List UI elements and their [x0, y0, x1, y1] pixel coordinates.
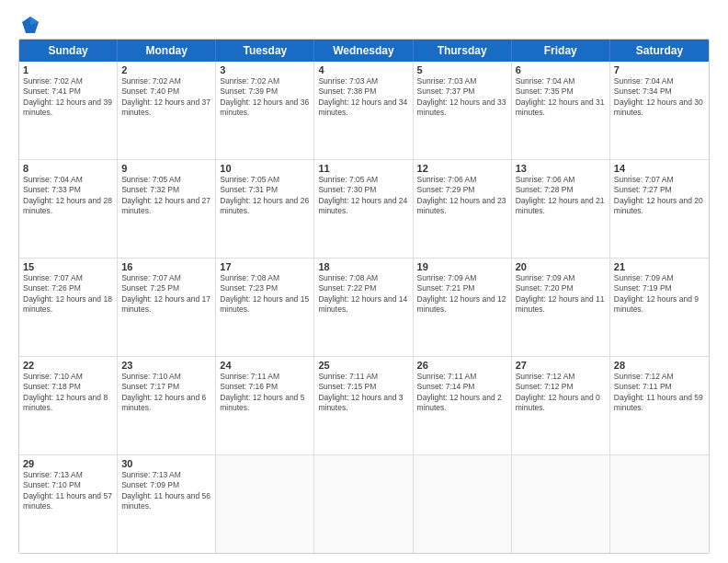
day-number: 21	[614, 261, 705, 272]
calendar-cell: 15Sunrise: 7:07 AM Sunset: 7:26 PM Dayli…	[19, 259, 118, 356]
day-number: 30	[121, 458, 211, 469]
cell-info: Sunrise: 7:04 AM Sunset: 7:33 PM Dayligh…	[23, 175, 113, 217]
cell-info: Sunrise: 7:07 AM Sunset: 7:26 PM Dayligh…	[23, 273, 113, 316]
calendar-cell: 26Sunrise: 7:11 AM Sunset: 7:14 PM Dayli…	[414, 357, 512, 454]
header	[18, 15, 710, 31]
cell-info: Sunrise: 7:09 AM Sunset: 7:21 PM Dayligh…	[417, 273, 507, 316]
calendar-cell: 6Sunrise: 7:04 AM Sunset: 7:35 PM Daylig…	[512, 62, 610, 159]
calendar-row: 8Sunrise: 7:04 AM Sunset: 7:33 PM Daylig…	[19, 160, 709, 259]
cell-info: Sunrise: 7:12 AM Sunset: 7:12 PM Dayligh…	[516, 372, 606, 414]
logo-flag-icon	[20, 15, 40, 35]
day-number: 27	[516, 360, 606, 371]
day-header-friday: Friday	[512, 40, 610, 62]
calendar-row: 1Sunrise: 7:02 AM Sunset: 7:41 PM Daylig…	[19, 62, 709, 160]
calendar-cell: 24Sunrise: 7:11 AM Sunset: 7:16 PM Dayli…	[216, 357, 314, 454]
cell-info: Sunrise: 7:04 AM Sunset: 7:34 PM Dayligh…	[614, 76, 705, 119]
cell-info: Sunrise: 7:02 AM Sunset: 7:39 PM Dayligh…	[220, 76, 310, 119]
calendar-body: 1Sunrise: 7:02 AM Sunset: 7:41 PM Daylig…	[19, 62, 709, 553]
calendar-cell: 8Sunrise: 7:04 AM Sunset: 7:33 PM Daylig…	[19, 160, 118, 258]
calendar-cell: 4Sunrise: 7:03 AM Sunset: 7:38 PM Daylig…	[314, 62, 413, 159]
day-number: 1	[23, 64, 113, 75]
cell-info: Sunrise: 7:13 AM Sunset: 7:09 PM Dayligh…	[121, 470, 211, 512]
day-number: 6	[516, 64, 606, 75]
calendar-cell: 19Sunrise: 7:09 AM Sunset: 7:21 PM Dayli…	[414, 259, 512, 356]
calendar-cell: 28Sunrise: 7:12 AM Sunset: 7:11 PM Dayli…	[610, 357, 709, 454]
calendar-cell	[610, 455, 709, 553]
calendar-cell: 10Sunrise: 7:05 AM Sunset: 7:31 PM Dayli…	[216, 160, 314, 258]
cell-info: Sunrise: 7:03 AM Sunset: 7:38 PM Dayligh…	[318, 76, 408, 119]
day-header-thursday: Thursday	[414, 40, 512, 62]
cell-info: Sunrise: 7:06 AM Sunset: 7:28 PM Dayligh…	[516, 175, 606, 217]
calendar-cell: 30Sunrise: 7:13 AM Sunset: 7:09 PM Dayli…	[118, 455, 216, 553]
day-header-sunday: Sunday	[19, 40, 118, 62]
cell-info: Sunrise: 7:11 AM Sunset: 7:14 PM Dayligh…	[417, 372, 507, 414]
day-number: 19	[417, 261, 507, 272]
cell-info: Sunrise: 7:05 AM Sunset: 7:31 PM Dayligh…	[220, 175, 310, 217]
day-header-monday: Monday	[118, 40, 216, 62]
calendar-cell: 17Sunrise: 7:08 AM Sunset: 7:23 PM Dayli…	[216, 259, 314, 356]
cell-info: Sunrise: 7:10 AM Sunset: 7:18 PM Dayligh…	[23, 372, 113, 414]
day-header-saturday: Saturday	[610, 40, 709, 62]
day-number: 7	[614, 64, 705, 75]
day-number: 5	[417, 64, 507, 75]
cell-info: Sunrise: 7:05 AM Sunset: 7:30 PM Dayligh…	[318, 175, 408, 217]
calendar-cell: 11Sunrise: 7:05 AM Sunset: 7:30 PM Dayli…	[314, 160, 413, 258]
cell-info: Sunrise: 7:08 AM Sunset: 7:22 PM Dayligh…	[318, 273, 408, 316]
calendar-cell: 18Sunrise: 7:08 AM Sunset: 7:22 PM Dayli…	[314, 259, 413, 356]
calendar-cell	[216, 455, 314, 553]
calendar-row: 22Sunrise: 7:10 AM Sunset: 7:18 PM Dayli…	[19, 357, 709, 455]
calendar-cell: 16Sunrise: 7:07 AM Sunset: 7:25 PM Dayli…	[118, 259, 216, 356]
calendar-cell: 2Sunrise: 7:02 AM Sunset: 7:40 PM Daylig…	[118, 62, 216, 159]
cell-info: Sunrise: 7:07 AM Sunset: 7:27 PM Dayligh…	[614, 175, 705, 217]
calendar-cell: 27Sunrise: 7:12 AM Sunset: 7:12 PM Dayli…	[512, 357, 610, 454]
cell-info: Sunrise: 7:05 AM Sunset: 7:32 PM Dayligh…	[121, 175, 211, 217]
cell-info: Sunrise: 7:04 AM Sunset: 7:35 PM Dayligh…	[516, 76, 606, 119]
day-number: 25	[318, 360, 408, 371]
day-number: 2	[121, 64, 211, 75]
calendar-cell: 21Sunrise: 7:09 AM Sunset: 7:19 PM Dayli…	[610, 259, 709, 356]
cell-info: Sunrise: 7:13 AM Sunset: 7:10 PM Dayligh…	[23, 470, 113, 512]
calendar-cell: 1Sunrise: 7:02 AM Sunset: 7:41 PM Daylig…	[19, 62, 118, 159]
calendar-cell: 13Sunrise: 7:06 AM Sunset: 7:28 PM Dayli…	[512, 160, 610, 258]
calendar-cell: 20Sunrise: 7:09 AM Sunset: 7:20 PM Dayli…	[512, 259, 610, 356]
cell-info: Sunrise: 7:06 AM Sunset: 7:29 PM Dayligh…	[417, 175, 507, 217]
day-number: 26	[417, 360, 507, 371]
day-number: 24	[220, 360, 310, 371]
day-number: 29	[23, 458, 113, 469]
day-header-wednesday: Wednesday	[314, 40, 413, 62]
calendar-cell: 5Sunrise: 7:03 AM Sunset: 7:37 PM Daylig…	[414, 62, 512, 159]
cell-info: Sunrise: 7:02 AM Sunset: 7:41 PM Dayligh…	[23, 76, 113, 119]
calendar-cell	[314, 455, 413, 553]
cell-info: Sunrise: 7:02 AM Sunset: 7:40 PM Dayligh…	[121, 76, 211, 119]
logo	[18, 15, 40, 31]
day-number: 20	[516, 261, 606, 272]
day-number: 8	[23, 163, 113, 174]
day-number: 12	[417, 163, 507, 174]
calendar-cell: 12Sunrise: 7:06 AM Sunset: 7:29 PM Dayli…	[414, 160, 512, 258]
cell-info: Sunrise: 7:12 AM Sunset: 7:11 PM Dayligh…	[614, 372, 705, 414]
calendar-cell: 23Sunrise: 7:10 AM Sunset: 7:17 PM Dayli…	[118, 357, 216, 454]
calendar-cell: 25Sunrise: 7:11 AM Sunset: 7:15 PM Dayli…	[314, 357, 413, 454]
day-number: 4	[318, 64, 408, 75]
calendar-cell: 14Sunrise: 7:07 AM Sunset: 7:27 PM Dayli…	[610, 160, 709, 258]
day-number: 23	[121, 360, 211, 371]
calendar-row: 15Sunrise: 7:07 AM Sunset: 7:26 PM Dayli…	[19, 259, 709, 357]
cell-info: Sunrise: 7:11 AM Sunset: 7:15 PM Dayligh…	[318, 372, 408, 414]
day-number: 14	[614, 163, 705, 174]
day-number: 18	[318, 261, 408, 272]
day-number: 22	[23, 360, 113, 371]
calendar-cell	[512, 455, 610, 553]
cell-info: Sunrise: 7:08 AM Sunset: 7:23 PM Dayligh…	[220, 273, 310, 316]
calendar-cell	[414, 455, 512, 553]
cell-info: Sunrise: 7:07 AM Sunset: 7:25 PM Dayligh…	[121, 273, 211, 316]
calendar: SundayMondayTuesdayWednesdayThursdayFrid…	[18, 39, 710, 554]
cell-info: Sunrise: 7:09 AM Sunset: 7:20 PM Dayligh…	[516, 273, 606, 316]
calendar-cell: 29Sunrise: 7:13 AM Sunset: 7:10 PM Dayli…	[19, 455, 118, 553]
calendar-cell: 3Sunrise: 7:02 AM Sunset: 7:39 PM Daylig…	[216, 62, 314, 159]
calendar-cell: 7Sunrise: 7:04 AM Sunset: 7:34 PM Daylig…	[610, 62, 709, 159]
day-number: 11	[318, 163, 408, 174]
calendar-cell: 22Sunrise: 7:10 AM Sunset: 7:18 PM Dayli…	[19, 357, 118, 454]
calendar-page: SundayMondayTuesdayWednesdayThursdayFrid…	[0, 0, 728, 563]
day-number: 10	[220, 163, 310, 174]
cell-info: Sunrise: 7:10 AM Sunset: 7:17 PM Dayligh…	[121, 372, 211, 414]
